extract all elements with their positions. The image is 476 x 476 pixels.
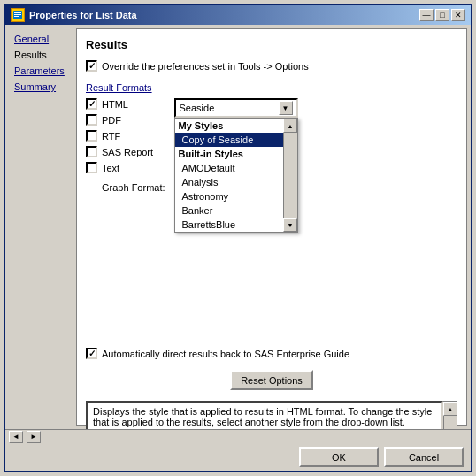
minimize-button[interactable]: — (419, 9, 434, 21)
auto-direct-checkbox[interactable] (86, 348, 97, 359)
override-label: Override the preferences set in Tools ->… (102, 61, 309, 72)
info-text-box: Displays the style that is applied to re… (86, 401, 443, 429)
format-row-rtf: RTF (86, 130, 165, 142)
dropdown-scrollbar: ▲ ▼ (283, 119, 297, 232)
override-checkbox[interactable] (86, 60, 97, 72)
title-buttons: — □ ✕ (419, 9, 465, 21)
sas-report-label: SAS Report (102, 147, 153, 157)
title-bar: Properties for List Data — □ ✕ (5, 5, 471, 25)
style-dropdown[interactable]: Seaside ▼ (174, 98, 298, 118)
window-icon (11, 8, 25, 22)
svg-rect-3 (14, 16, 19, 17)
my-styles-group-label: My Styles (175, 119, 283, 133)
info-text: Displays the style that is applied to re… (93, 406, 432, 427)
format-row-sas-report: SAS Report (86, 146, 165, 157)
dropdown-scroll-up[interactable]: ▲ (283, 119, 297, 133)
dropdown-item-banker[interactable]: Banker (175, 203, 283, 218)
cancel-button[interactable]: Cancel (384, 447, 464, 467)
sidebar-item-results[interactable]: Results (11, 48, 71, 62)
dropdown-item-analysis[interactable]: Analysis (175, 175, 283, 189)
formats-list: HTML PDF RTF SAS Report (86, 98, 165, 193)
html-checkbox[interactable] (86, 98, 97, 110)
pdf-checkbox[interactable] (86, 114, 97, 126)
svg-rect-1 (14, 12, 21, 13)
reset-btn-row: Reset Options (86, 370, 457, 390)
format-row-html: HTML (86, 98, 165, 110)
text-checkbox[interactable] (86, 162, 97, 173)
info-scroll-container: Displays the style that is applied to re… (86, 401, 457, 429)
auto-direct-label: Automatically direct results back to SAS… (102, 349, 349, 359)
builtin-styles-group-label: Built-in Styles (175, 147, 283, 161)
override-row: Override the preferences set in Tools ->… (86, 60, 457, 72)
sidebar: General Results Parameters Summary (5, 25, 76, 429)
main-content-panel: Results Override the preferences set in … (76, 28, 467, 426)
dropdown-scroll-down[interactable]: ▼ (283, 218, 297, 232)
info-scrollbar: ▲ ▼ (443, 401, 457, 429)
title-bar-left: Properties for List Data (11, 8, 137, 22)
dropdown-area: Seaside ▼ My Styles Copy of Seaside Buil… (174, 98, 298, 193)
status-bar: ◄ ► (5, 429, 471, 443)
rtf-checkbox[interactable] (86, 130, 97, 142)
formats-section: HTML PDF RTF SAS Report (86, 98, 457, 193)
dropdown-selected-value: Seaside (180, 103, 215, 113)
reset-options-button[interactable]: Reset Options (230, 370, 313, 390)
graph-format-row: Graph Format: (86, 182, 165, 193)
pdf-label: PDF (102, 115, 121, 126)
dropdown-list: My Styles Copy of Seaside Built-in Style… (174, 118, 298, 233)
html-label: HTML (102, 99, 128, 110)
maximize-button[interactable]: □ (435, 9, 449, 21)
auto-direct-row: Automatically direct results back to SAS… (86, 348, 457, 359)
window-body: General Results Parameters Summary Resul… (5, 25, 471, 429)
section-title: Results (86, 38, 457, 51)
sidebar-item-general[interactable]: General (11, 32, 71, 46)
text-label: Text (102, 163, 119, 173)
format-row-pdf: PDF (86, 114, 165, 126)
rtf-label: RTF (102, 131, 120, 142)
nav-forward-button[interactable]: ► (27, 431, 41, 443)
result-formats-label: Result Formats (86, 82, 457, 93)
dropdown-item-barrettsblue[interactable]: BarrettsBlue (175, 218, 283, 232)
main-window: Properties for List Data — □ ✕ General R… (4, 4, 472, 472)
window-title: Properties for List Data (29, 10, 137, 20)
dropdown-item-astronomy[interactable]: Astronomy (175, 189, 283, 203)
svg-rect-2 (14, 14, 21, 15)
close-button[interactable]: ✕ (451, 9, 465, 21)
dropdown-list-items: My Styles Copy of Seaside Built-in Style… (175, 119, 283, 232)
format-row-text: Text (86, 162, 165, 173)
dropdown-item-copy-seaside[interactable]: Copy of Seaside (175, 133, 283, 147)
ok-button[interactable]: OK (299, 447, 379, 467)
window-footer: OK Cancel (5, 443, 471, 471)
nav-back-button[interactable]: ◄ (9, 431, 23, 443)
dropdown-item-amodefault[interactable]: AMODefault (175, 161, 283, 175)
dropdown-arrow-icon[interactable]: ▼ (279, 101, 293, 115)
sas-report-checkbox[interactable] (86, 146, 97, 157)
info-scroll-up[interactable]: ▲ (443, 402, 457, 416)
graph-format-label: Graph Format: (102, 182, 165, 193)
sidebar-item-summary[interactable]: Summary (11, 80, 71, 94)
sidebar-item-parameters[interactable]: Parameters (11, 64, 71, 78)
